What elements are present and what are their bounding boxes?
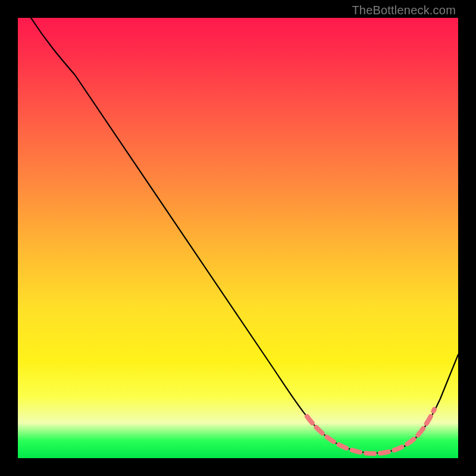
plot-area	[18, 18, 458, 458]
optimal-range-marker	[307, 409, 434, 453]
chart-frame: TheBottleneck.com	[0, 0, 476, 476]
bottleneck-curve	[31, 18, 458, 453]
curve-layer	[18, 18, 458, 458]
watermark-text: TheBottleneck.com	[352, 4, 456, 17]
